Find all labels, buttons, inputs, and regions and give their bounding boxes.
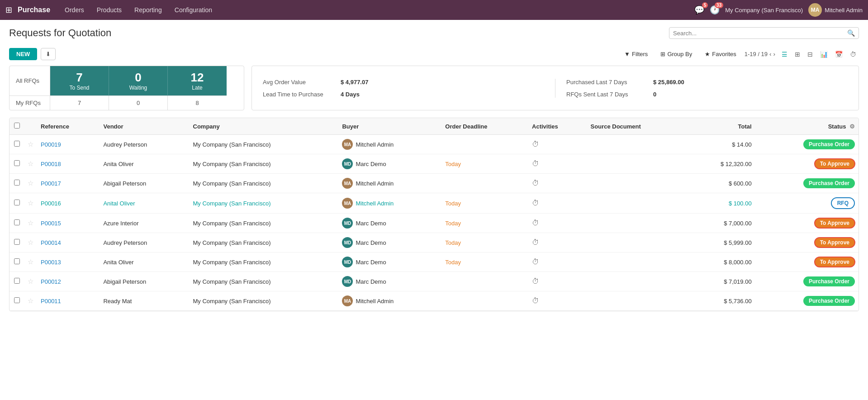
- status-badge[interactable]: To Approve: [815, 159, 855, 169]
- row-checkbox[interactable]: [14, 200, 20, 205]
- reference-cell[interactable]: P00011: [37, 291, 100, 311]
- reference-cell[interactable]: P00017: [37, 174, 100, 193]
- activity-icon[interactable]: ⏱: [532, 238, 539, 246]
- star-icon[interactable]: ☆: [28, 179, 33, 187]
- row-checkbox-cell[interactable]: [9, 291, 24, 311]
- reference-link[interactable]: P00018: [41, 161, 61, 167]
- groupby-button[interactable]: ⊞ Group By: [656, 48, 697, 60]
- list-view-button[interactable]: ☰: [779, 49, 790, 60]
- stat-tile-waiting[interactable]: 0 Waiting: [109, 66, 168, 96]
- next-page-button[interactable]: ›: [773, 51, 775, 57]
- my-late[interactable]: 8: [168, 96, 227, 110]
- grid-view-button[interactable]: ⊟: [805, 49, 816, 60]
- star-icon[interactable]: ☆: [28, 277, 33, 285]
- favorites-button[interactable]: ★ Favorites: [700, 48, 740, 60]
- activities-cell[interactable]: ⏱: [528, 135, 587, 154]
- download-button[interactable]: ⬇: [41, 48, 56, 60]
- new-button[interactable]: NEW: [9, 48, 37, 60]
- row-star-cell[interactable]: ☆: [24, 214, 37, 233]
- reference-link[interactable]: P00012: [41, 278, 61, 285]
- status-badge[interactable]: RFQ: [831, 197, 855, 209]
- menu-configuration[interactable]: Configuration: [169, 4, 218, 16]
- activities-cell[interactable]: ⏱: [528, 154, 587, 174]
- row-checkbox[interactable]: [14, 160, 20, 166]
- select-all-header[interactable]: [9, 118, 24, 135]
- row-checkbox-cell[interactable]: [9, 214, 24, 233]
- activity-icon[interactable]: ⏱: [532, 277, 539, 285]
- user-menu[interactable]: MA Mitchell Admin: [808, 3, 863, 17]
- chart-view-button[interactable]: 📊: [817, 49, 830, 60]
- activities-cell[interactable]: ⏱: [528, 214, 587, 233]
- activity-icon[interactable]: ⏱: [532, 219, 539, 227]
- status-badge[interactable]: Purchase Order: [803, 276, 855, 286]
- my-to-send[interactable]: 7: [50, 96, 109, 110]
- row-star-cell[interactable]: ☆: [24, 135, 37, 154]
- row-checkbox[interactable]: [14, 180, 20, 186]
- chat-badge[interactable]: 💬5: [694, 5, 704, 15]
- reference-link[interactable]: P00013: [41, 259, 61, 266]
- notification-badge[interactable]: 🕐33: [710, 5, 720, 15]
- status-badge[interactable]: To Approve: [815, 257, 855, 267]
- activities-cell[interactable]: ⏱: [528, 272, 587, 291]
- star-icon[interactable]: ☆: [28, 160, 33, 167]
- reference-cell[interactable]: P00018: [37, 154, 100, 174]
- menu-reporting[interactable]: Reporting: [129, 4, 167, 16]
- status-badge[interactable]: To Approve: [815, 238, 855, 248]
- star-icon[interactable]: ☆: [28, 238, 33, 246]
- menu-orders[interactable]: Orders: [59, 4, 90, 16]
- search-icon[interactable]: 🔍: [847, 29, 855, 37]
- row-checkbox[interactable]: [14, 297, 20, 303]
- reference-cell[interactable]: P00013: [37, 252, 100, 272]
- activity-icon[interactable]: ⏱: [532, 140, 539, 148]
- apps-icon[interactable]: ⊞: [5, 5, 12, 15]
- activity-icon[interactable]: ⏱: [532, 160, 539, 167]
- search-bar[interactable]: 🔍: [669, 27, 859, 39]
- row-checkbox[interactable]: [14, 219, 20, 225]
- activities-cell[interactable]: ⏱: [528, 174, 587, 193]
- kanban-view-button[interactable]: ⊞: [792, 49, 803, 60]
- reference-link[interactable]: P00014: [41, 239, 61, 246]
- star-icon[interactable]: ☆: [28, 199, 33, 207]
- row-checkbox-cell[interactable]: [9, 272, 24, 291]
- star-icon[interactable]: ☆: [28, 258, 33, 266]
- activities-cell[interactable]: ⏱: [528, 291, 587, 311]
- status-badge[interactable]: Purchase Order: [803, 296, 855, 306]
- my-waiting[interactable]: 0: [109, 96, 168, 110]
- row-checkbox[interactable]: [14, 141, 20, 147]
- reference-link[interactable]: P00011: [41, 298, 61, 305]
- activity-icon[interactable]: ⏱: [532, 297, 539, 305]
- search-input[interactable]: [673, 30, 847, 37]
- reference-link[interactable]: P00016: [41, 200, 61, 207]
- row-checkbox-cell[interactable]: [9, 174, 24, 193]
- row-checkbox-cell[interactable]: [9, 252, 24, 272]
- brand-name[interactable]: Purchase: [18, 6, 50, 14]
- row-checkbox[interactable]: [14, 278, 20, 284]
- row-star-cell[interactable]: ☆: [24, 154, 37, 174]
- activity-icon[interactable]: ⏱: [532, 258, 539, 266]
- star-icon[interactable]: ☆: [28, 297, 33, 305]
- filters-button[interactable]: ▼ Filters: [620, 48, 652, 60]
- stat-tile-to-send[interactable]: 7 To Send: [50, 66, 109, 96]
- prev-page-button[interactable]: ‹: [769, 51, 771, 57]
- reference-cell[interactable]: P00014: [37, 233, 100, 252]
- menu-products[interactable]: Products: [91, 4, 127, 16]
- star-icon[interactable]: ☆: [28, 140, 33, 148]
- status-badge[interactable]: Purchase Order: [803, 178, 855, 188]
- activity-icon[interactable]: ⏱: [532, 179, 539, 187]
- row-star-cell[interactable]: ☆: [24, 193, 37, 214]
- row-checkbox-cell[interactable]: [9, 193, 24, 214]
- clock-view-button[interactable]: ⏱: [847, 49, 859, 60]
- row-star-cell[interactable]: ☆: [24, 252, 37, 272]
- row-checkbox-cell[interactable]: [9, 154, 24, 174]
- row-star-cell[interactable]: ☆: [24, 174, 37, 193]
- calendar-view-button[interactable]: 📅: [832, 49, 845, 60]
- reference-link[interactable]: P00019: [41, 141, 61, 148]
- company-name[interactable]: My Company (San Francisco): [725, 7, 803, 14]
- select-all-checkbox[interactable]: [14, 123, 20, 129]
- row-star-cell[interactable]: ☆: [24, 272, 37, 291]
- row-checkbox-cell[interactable]: [9, 233, 24, 252]
- star-icon[interactable]: ☆: [28, 219, 33, 227]
- activities-cell[interactable]: ⏱: [528, 252, 587, 272]
- status-badge[interactable]: To Approve: [815, 218, 855, 228]
- reference-link[interactable]: P00017: [41, 180, 61, 187]
